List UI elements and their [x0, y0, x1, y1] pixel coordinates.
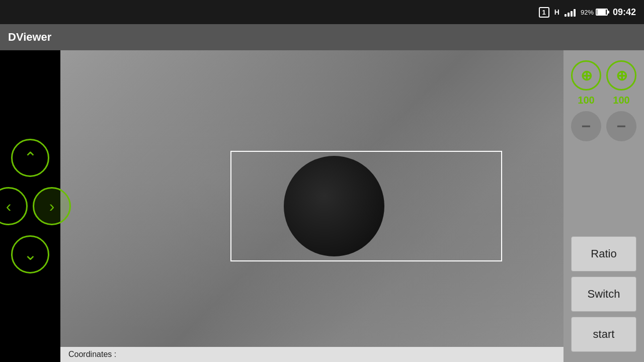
switch-button[interactable]: Switch	[571, 277, 636, 312]
zoom1-value: 100	[578, 95, 594, 106]
zoom2-value: 100	[613, 95, 629, 106]
status-bar: 1 H 92% 09:42	[0, 0, 644, 24]
zoom-controls-minus: − −	[571, 109, 636, 144]
zoom2-minus-button[interactable]: −	[606, 111, 636, 141]
zoom-controls-top: ⊕ 100 ⊕ 100	[571, 55, 636, 109]
signal-strength	[565, 8, 576, 17]
chevron-down-icon: ⌄	[24, 245, 37, 264]
chevron-right-icon: ›	[49, 197, 55, 216]
left-nav: ⌃ ‹ › ⌄	[0, 50, 60, 362]
battery-icon	[596, 9, 608, 16]
zoom1-plus-button[interactable]: ⊕	[571, 60, 601, 90]
app-title: DViewer	[8, 31, 51, 44]
main-content: ⌃ ‹ › ⌄ Coordinates : ⊕	[0, 50, 644, 362]
battery-indicator: 92%	[581, 9, 608, 16]
chevron-left-icon: ‹	[6, 197, 12, 216]
detected-object	[284, 156, 384, 256]
nav-down-button[interactable]: ⌄	[11, 235, 49, 274]
camera-view: Coordinates :	[60, 50, 564, 362]
app-bar: DViewer	[0, 24, 644, 50]
nav-up-button[interactable]: ⌃	[11, 139, 49, 177]
plus-icon-1: ⊕	[581, 67, 592, 84]
ratio-button[interactable]: Ratio	[571, 236, 636, 272]
start-button[interactable]: start	[571, 317, 636, 352]
zoom-group-2: ⊕ 100	[606, 60, 636, 106]
coordinates-label: Coordinates :	[68, 350, 116, 359]
minus-icon-1: −	[582, 117, 591, 136]
chevron-up-icon: ⌃	[24, 148, 37, 167]
nav-horizontal-row: ‹ ›	[0, 187, 71, 225]
plus-icon-2: ⊕	[616, 67, 627, 84]
sim-indicator: 1	[539, 7, 549, 18]
minus-icon-2: −	[617, 117, 626, 136]
coordinates-bar: Coordinates :	[60, 347, 564, 362]
nav-left-button[interactable]: ‹	[0, 187, 28, 225]
network-type: H	[554, 8, 559, 16]
time-display: 09:42	[613, 7, 636, 18]
nav-right-button[interactable]: ›	[33, 187, 71, 225]
battery-percent: 92%	[581, 9, 594, 16]
zoom-group-1: ⊕ 100	[571, 60, 601, 106]
zoom2-plus-button[interactable]: ⊕	[606, 60, 636, 90]
zoom1-minus-button[interactable]: −	[571, 111, 601, 141]
right-sidebar: ⊕ 100 ⊕ 100 − − Ratio Switch	[564, 50, 644, 362]
